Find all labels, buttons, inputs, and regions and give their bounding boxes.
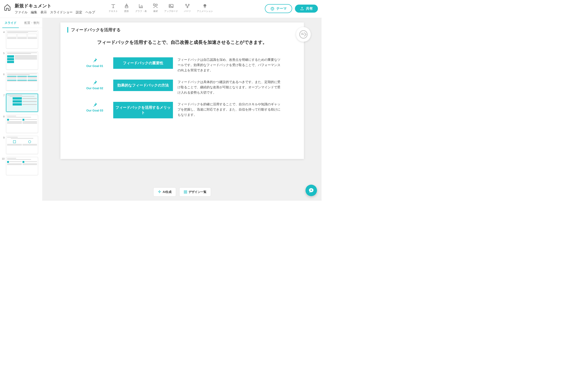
svg-rect-0 <box>153 4 155 6</box>
slide-thumb-8[interactable] <box>6 115 38 133</box>
slide-thumb-10[interactable] <box>6 157 38 175</box>
tool-materials-label: 素材 <box>153 10 158 13</box>
svg-point-7 <box>204 4 206 7</box>
slide-thumbnails: 4 5 6 7 8 9 10 <box>0 28 42 201</box>
thumb-num: 5 <box>1 52 5 55</box>
tool-text-label: テキスト <box>109 10 118 13</box>
slide-thumb-9[interactable] <box>6 136 38 154</box>
slide-subtitle-bar: フィードバックを活用する <box>67 27 297 33</box>
share-icon <box>300 7 304 11</box>
current-slide[interactable]: フィードバックを活用する フィードバックを活用することで、自己改善と成長を加速さ… <box>61 23 304 159</box>
goal-desc-1[interactable]: フィードバックは自己認識を深め、改善点を明確にするための重要なツールです。効果的… <box>178 57 283 73</box>
thumb-num: 9 <box>1 136 5 139</box>
svg-point-9 <box>271 8 272 8</box>
slide-thumb-6[interactable] <box>6 73 38 91</box>
tool-text[interactable]: テキスト <box>109 3 118 13</box>
doc-title[interactable]: 新規ドキュメント <box>15 3 95 9</box>
tool-upload-label: アップロード <box>164 10 178 13</box>
tool-parts[interactable]: パーツ <box>184 3 191 13</box>
goal-box-2[interactable]: 効果的なフィードバックの方法 <box>113 80 173 91</box>
thumb-num: 6 <box>1 73 5 76</box>
slide-thumb-4[interactable] <box>6 30 38 49</box>
canvas-area: フィードバックを活用する フィードバックを活用することで、自己改善と成長を加速さ… <box>43 18 321 201</box>
menu-bar: ファイル 編集 表示 スライドショー 設定 ヘルプ <box>15 10 95 15</box>
home-icon[interactable] <box>4 4 11 11</box>
thumb-num: 10 <box>1 157 5 160</box>
svg-point-1 <box>156 4 157 6</box>
goal-box-1[interactable]: フィードバックの重要性 <box>113 57 173 69</box>
goal-left-3: Our Goal 03 <box>81 102 109 112</box>
slide-subtitle[interactable]: フィードバックを活用する <box>71 27 297 33</box>
tool-parts-label: パーツ <box>184 10 191 13</box>
tool-chart-label: グラフ・表 <box>135 10 147 13</box>
layout-icon <box>183 190 187 194</box>
toolbar: テキスト 図形 グラフ・表 素材 アップロード パーツ アニメーション <box>109 3 213 13</box>
goal-desc-3[interactable]: フィードバックを的確に活用することで、自分のスキルや知識のギャップを把握し、迅速… <box>178 102 283 118</box>
svg-rect-12 <box>13 141 16 143</box>
chat-icon <box>308 187 314 193</box>
share-button[interactable]: 共有 <box>295 5 318 13</box>
goal-box-3[interactable]: フィードバックを活用するメリット <box>113 102 173 119</box>
svg-point-13 <box>28 141 31 143</box>
goal-left-2: Our Goal 02 <box>81 80 109 90</box>
menu-edit[interactable]: 編集 <box>31 10 37 15</box>
tool-chart[interactable]: グラフ・表 <box>135 3 147 13</box>
pin-icon <box>92 80 98 85</box>
theme-button-label: テーマ <box>276 6 287 11</box>
sidebar-tabs: スライド 配置・整列 <box>0 18 42 28</box>
menu-slideshow[interactable]: スライドショー <box>50 10 73 15</box>
tool-shape-label: 図形 <box>124 10 129 13</box>
slide-thumb-5[interactable] <box>6 51 38 70</box>
header-left: 新規ドキュメント ファイル 編集 表示 スライドショー 設定 ヘルプ <box>4 2 95 15</box>
goal-num-1: Our Goal 01 <box>86 64 103 68</box>
menu-help[interactable]: ヘルプ <box>86 10 95 15</box>
stamp-icon[interactable] <box>296 27 311 42</box>
thumb-num: 8 <box>1 115 5 118</box>
ai-generate-button[interactable]: AI生成 <box>153 187 176 197</box>
ai-generate-label: AI生成 <box>163 190 172 194</box>
design-list-label: デザイン一覧 <box>189 190 207 194</box>
thumb-num: 7 <box>1 94 5 97</box>
tool-shape[interactable]: 図形 <box>124 3 129 13</box>
svg-point-11 <box>273 8 273 8</box>
pin-icon <box>92 57 98 63</box>
tool-materials[interactable]: 素材 <box>153 3 158 13</box>
goal-row-1[interactable]: Our Goal 01 フィードバックの重要性 フィードバックは自己認識を深め、… <box>67 57 297 73</box>
goal-row-2[interactable]: Our Goal 02 効果的なフィードバックの方法 フィードバックは具体的かつ… <box>67 80 297 95</box>
goal-left-1: Our Goal 01 <box>81 57 109 68</box>
svg-point-10 <box>272 8 273 8</box>
goal-num-2: Our Goal 02 <box>86 86 103 90</box>
slide-title[interactable]: フィードバックを活用することで、自己改善と成長を加速させることができます。 <box>85 39 280 46</box>
svg-point-4 <box>186 4 187 5</box>
app-header: 新規ドキュメント ファイル 編集 表示 スライドショー 設定 ヘルプ テキスト … <box>0 0 321 18</box>
tool-animation[interactable]: アニメーション <box>197 3 213 13</box>
palette-icon <box>270 7 275 11</box>
menu-view[interactable]: 表示 <box>40 10 47 15</box>
goal-desc-2[interactable]: フィードバックは具体的かつ建設的であるべきです。また、定期的に受け取ることで、継… <box>178 80 283 95</box>
theme-button[interactable]: テーマ <box>265 4 292 13</box>
slide-thumb-7[interactable] <box>6 94 38 112</box>
svg-rect-17 <box>184 192 185 193</box>
sidebar-tab-arrange[interactable]: 配置・整列 <box>21 18 42 28</box>
tool-upload[interactable]: アップロード <box>164 3 178 13</box>
design-list-button[interactable]: デザイン一覧 <box>179 187 211 197</box>
header-right: テーマ 共有 <box>265 4 318 13</box>
bottom-bar: AI生成 デザイン一覧 <box>153 187 211 197</box>
menu-file[interactable]: ファイル <box>15 10 27 15</box>
svg-point-19 <box>311 190 312 191</box>
share-button-label: 共有 <box>306 6 313 11</box>
menu-settings[interactable]: 設定 <box>76 10 82 15</box>
svg-rect-16 <box>186 191 187 192</box>
goal-row-3[interactable]: Our Goal 03 フィードバックを活用するメリット フィードバックを的確に… <box>67 102 297 119</box>
svg-point-6 <box>187 7 188 8</box>
doc-info: 新規ドキュメント ファイル 編集 表示 スライドショー 設定 ヘルプ <box>15 3 95 15</box>
sidebar-tab-slide[interactable]: スライド <box>0 18 21 28</box>
pin-icon <box>92 102 98 108</box>
sparkle-icon <box>157 190 161 194</box>
chat-fab[interactable] <box>305 185 317 196</box>
tool-animation-label: アニメーション <box>197 10 213 13</box>
svg-rect-18 <box>186 192 187 193</box>
goal-num-3: Our Goal 03 <box>86 109 103 112</box>
svg-rect-15 <box>184 191 185 192</box>
sidebar: スライド 配置・整列 4 5 6 7 8 9 10 <box>0 18 43 201</box>
